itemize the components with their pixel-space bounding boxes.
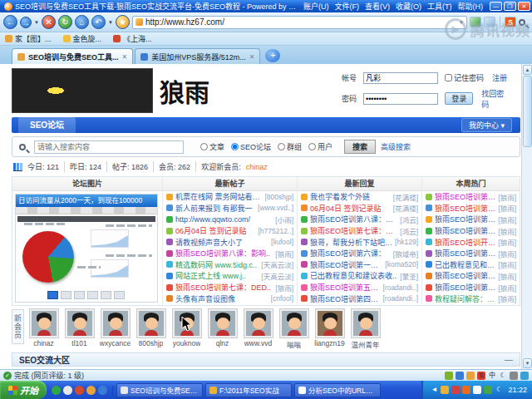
thread-title-link[interactable]: 狼雨SEO培训第六课： [310, 248, 391, 259]
thread-author[interactable]: [roadandi..] [382, 283, 418, 292]
member-avatar[interactable] [209, 309, 237, 337]
thread-title-link[interactable]: 狼雨SEO培训第八课：影响.. [175, 248, 273, 259]
tab-close-icon[interactable]: ✕ [122, 53, 128, 61]
tab-active[interactable]: SEO培训与免费SEO工具... ✕ [12, 48, 133, 64]
search-input[interactable] [34, 140, 184, 154]
undo-dropdown-icon[interactable]: ▼ [108, 20, 113, 25]
thread-title-link[interactable]: 06月04日 签到记录贴 [310, 203, 391, 214]
member-name[interactable]: wxycance [100, 339, 131, 347]
status-icon[interactable]: 中 [488, 372, 496, 380]
thread-title-link[interactable]: http://www.qqwto.com/ [175, 215, 273, 224]
thread-author[interactable]: [狼域帝] [393, 249, 418, 259]
url-dropdown-icon[interactable]: ▼ [459, 20, 464, 25]
bookmark-item[interactable]: 金色旋... [63, 33, 102, 44]
account-input[interactable] [363, 72, 438, 84]
thread-author[interactable]: [狼雨] [275, 283, 293, 293]
favorites-button[interactable]: ★ [116, 15, 130, 29]
close-button[interactable]: ✕ [518, 2, 530, 11]
thread-title-link[interactable]: 狼雨SEO培训第一课：初 [310, 259, 382, 270]
thread-title-link[interactable]: 狼雨SEO培训第五课： [310, 282, 380, 293]
forgot-password-link[interactable]: 找回密码 [481, 88, 505, 110]
thread-author[interactable]: [鸿云] [400, 226, 418, 236]
my-center-dropdown[interactable]: 我的中心 ▾ [461, 118, 512, 132]
refresh-button[interactable]: ↻ [58, 15, 72, 29]
member-avatar[interactable] [280, 309, 308, 337]
thread-author[interactable]: [狼雨] [498, 271, 516, 281]
thread-author[interactable]: [狼雨] [498, 237, 516, 247]
task-button[interactable]: F:\2011年SEO实战 [205, 383, 292, 397]
login-button[interactable]: 登录 [445, 92, 473, 105]
thread-author[interactable]: [狼雨] [498, 226, 516, 236]
thread-title-link[interactable]: 新人前来报到 有那我一 [175, 203, 255, 214]
password-input[interactable] [363, 93, 438, 105]
thread-author[interactable]: [花满楼] [393, 203, 418, 213]
thread-title-link[interactable]: 狼雨SEO培训第四课：什么.. [435, 225, 495, 236]
thread-title-link[interactable]: 狼雨SEO培训第七课：DED.. [175, 282, 273, 293]
welcome-user-link[interactable]: chinaz [246, 163, 268, 171]
status-icon[interactable]: ☾ [499, 372, 507, 380]
new-tab-button[interactable]: + [265, 49, 280, 62]
undo-button[interactable]: ↶ [91, 15, 106, 29]
toolbar-search-icon[interactable] [519, 19, 525, 26]
member-avatar[interactable] [137, 309, 165, 337]
status-icon[interactable] [445, 372, 453, 380]
thread-title-link[interactable]: 请教视频声音大小了 [175, 237, 268, 248]
thread-title-link[interactable]: 机票在线网 票务网站看下.. [175, 191, 263, 202]
stop-button[interactable]: ✕ [42, 15, 56, 29]
search-type-article[interactable]: 文章 [200, 141, 224, 152]
member-avatar[interactable] [316, 309, 344, 337]
thread-author[interactable]: [roadandi..] [382, 294, 418, 303]
member-avatar[interactable] [30, 309, 58, 337]
quick-launch-icon[interactable] [98, 386, 107, 395]
tray-icon[interactable]: V [473, 386, 481, 394]
task-button[interactable]: SEO培训与免费SEO... [116, 383, 203, 397]
forum-picture-thumbnail[interactable]: 日访问流量从2000一天，到现在100000 [15, 194, 158, 303]
menu-item[interactable]: 收藏(O) [396, 1, 421, 12]
quick-launch-icon[interactable] [75, 386, 84, 395]
tray-icon[interactable] [462, 386, 470, 394]
vertical-scrollbar[interactable]: ▲ ▼ [521, 64, 532, 369]
start-button[interactable]: 开始 [0, 381, 47, 399]
member-avatar[interactable] [101, 309, 130, 337]
history-dropdown-icon[interactable]: ▼ [34, 20, 39, 25]
thread-title-link[interactable]: 狼雨SEO培训第一课：初入.. [435, 191, 495, 202]
menu-item[interactable]: 文件(F) [335, 1, 360, 12]
task-button[interactable]: 分析SEO中的URL关... [294, 383, 381, 397]
thread-title-link[interactable]: 精选数码网 www.5idg.c.. [175, 259, 259, 270]
advanced-search-link[interactable]: 高级搜索 [381, 141, 411, 152]
search-type-forum[interactable]: SEO论坛 [231, 141, 271, 152]
url-input[interactable] [145, 17, 456, 27]
thread-author[interactable]: [hk129] [395, 238, 418, 246]
status-icon[interactable] [456, 372, 464, 380]
thread-author[interactable]: [h775212..] [258, 227, 293, 235]
search-type-group[interactable]: 群组 [278, 141, 302, 152]
member-avatar[interactable] [352, 309, 380, 337]
scroll-up-icon[interactable]: ▲ [523, 65, 532, 75]
menu-item[interactable]: 帮助(H) [458, 1, 484, 12]
member-name[interactable]: liangzn19 [314, 339, 344, 347]
status-icon[interactable] [520, 372, 529, 380]
member-name[interactable]: tl101 [71, 339, 86, 347]
status-icon[interactable] [510, 372, 518, 380]
thread-title-link[interactable]: 已出教程意见和建议表收.. [310, 270, 397, 281]
thread-title-link[interactable]: 狼雨SEO培训第六课·第十.. [435, 270, 495, 281]
minimize-button[interactable]: — [490, 2, 502, 11]
thread-title-link[interactable]: 网站正式上线 www.j.. [175, 270, 259, 281]
address-bar[interactable]: ▼ [132, 16, 467, 29]
thread-author[interactable]: [天高云淡] [261, 259, 293, 269]
thread-title-link[interactable]: 狼雨SEO培训第五课：如何.. [435, 203, 495, 214]
scroll-down-icon[interactable]: ▼ [523, 358, 532, 368]
member-name[interactable]: youknow [173, 339, 201, 347]
member-avatar[interactable] [244, 309, 273, 337]
menu-item[interactable]: 查看(V) [365, 1, 390, 12]
tray-icon[interactable] [451, 386, 460, 394]
register-link[interactable]: 注册 [492, 72, 507, 83]
thread-author[interactable]: [狼雨] [275, 249, 293, 259]
member-name[interactable]: 800shjp [139, 339, 164, 347]
tab-inactive[interactable]: 美国加州VPS服务器/512m... ✕ [135, 48, 260, 64]
menu-item[interactable]: 工具(T) [427, 1, 452, 12]
quick-launch-icon[interactable] [63, 386, 72, 395]
remember-checkbox[interactable] [445, 74, 452, 81]
tray-icon[interactable]: ☾ [495, 386, 503, 394]
thread-author[interactable]: [www.vvd..] [258, 204, 293, 212]
